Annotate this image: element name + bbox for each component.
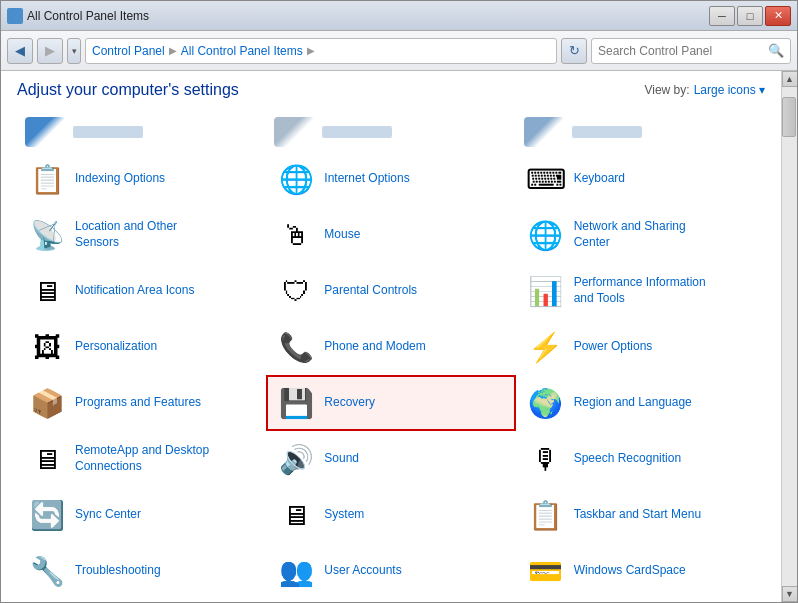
item-label-3: Location and Other Sensors [75,219,177,250]
grid-item-indexing-options[interactable]: 📋Indexing Options [17,151,266,207]
partial-icon-1 [25,117,65,147]
item-icon-15: 🖥 [27,439,67,479]
item-label-8: Performance Information and Tools [574,275,706,306]
item-icon-12: 📦 [27,383,67,423]
item-label-18: Sync Center [75,507,141,523]
partial-label-2 [322,126,392,138]
grid-item-programs-and-features[interactable]: 📦Programs and Features [17,375,266,431]
partial-icon-3 [524,117,564,147]
grid-item-phone-and-modem[interactable]: 📞Phone and Modem [266,319,515,375]
address-bar: ◀ ▶ ▾ Control Panel ▶ All Control Panel … [1,31,797,71]
item-icon-21: 🔧 [27,551,67,591]
item-label-10: Phone and Modem [324,339,425,355]
item-icon-3: 📡 [27,215,67,255]
item-icon-16: 🔊 [276,439,316,479]
item-icon-9: 🖼 [27,327,67,367]
item-label-9: Personalization [75,339,157,355]
item-icon-19: 🖥 [276,495,316,535]
breadcrumb-all-items[interactable]: All Control Panel Items [181,44,303,58]
item-icon-10: 📞 [276,327,316,367]
grid-item-troubleshooting[interactable]: 🔧Troubleshooting [17,543,266,599]
grid-item-taskbar-and-start-menu[interactable]: 📋Taskbar and Start Menu [516,487,765,543]
content-area: Adjust your computer's settings View by:… [1,71,781,602]
grid-item-system[interactable]: 🖥System [266,487,515,543]
grid-item-keyboard[interactable]: ⌨Keyboard [516,151,765,207]
grid-item-personalization[interactable]: 🖼Personalization [17,319,266,375]
grid-item-windows-defender[interactable]: 🛡Windows Defender [17,599,266,602]
item-label-4: Mouse [324,227,360,243]
maximize-button[interactable]: □ [737,6,763,26]
main-window: All Control Panel Items ─ □ ✕ ◀ ▶ ▾ Cont… [0,0,798,603]
grid-item-internet-options[interactable]: 🌐Internet Options [266,151,515,207]
content-header: Adjust your computer's settings View by:… [17,81,765,99]
items-grid: 📋Indexing Options🌐Internet Options⌨Keybo… [17,151,765,602]
grid-item-notification-area-icons[interactable]: 🖥Notification Area Icons [17,263,266,319]
partial-item-1 [17,111,266,149]
item-icon-14: 🌍 [526,383,566,423]
title-bar: All Control Panel Items ─ □ ✕ [1,1,797,31]
item-label-0: Indexing Options [75,171,165,187]
item-label-6: Notification Area Icons [75,283,194,299]
grid-item-windows-firewall[interactable]: 🔥Windows Firewall [266,599,515,602]
forward-button[interactable]: ▶ [37,38,63,64]
refresh-button[interactable]: ↻ [561,38,587,64]
item-label-21: Troubleshooting [75,563,161,579]
scroll-down-button[interactable]: ▼ [782,586,798,602]
grid-item-sync-center[interactable]: 🔄Sync Center [17,487,266,543]
grid-item-parental-controls[interactable]: 🛡Parental Controls [266,263,515,319]
partial-item-3 [516,111,765,149]
item-icon-11: ⚡ [526,327,566,367]
grid-item-windows-update[interactable]: 🔄Windows Update [516,599,765,602]
item-label-22: User Accounts [324,563,401,579]
grid-item-power-options[interactable]: ⚡Power Options [516,319,765,375]
breadcrumb-control-panel[interactable]: Control Panel [92,44,165,58]
item-label-5: Network and Sharing Center [574,219,686,250]
partial-label-3 [572,126,642,138]
window-title: All Control Panel Items [27,9,149,23]
main-area: Adjust your computer's settings View by:… [1,71,797,602]
view-by-dropdown[interactable]: Large icons ▾ [694,83,765,97]
item-label-19: System [324,507,364,523]
search-icon: 🔍 [768,43,784,58]
breadcrumb-bar: Control Panel ▶ All Control Panel Items … [85,38,557,64]
grid-item-network-and-sharing-center[interactable]: 🌐Network and Sharing Center [516,207,765,263]
minimize-button[interactable]: ─ [709,6,735,26]
item-label-1: Internet Options [324,171,409,187]
close-button[interactable]: ✕ [765,6,791,26]
partial-item-2 [266,111,515,149]
scroll-up-button[interactable]: ▲ [782,71,798,87]
partial-icon-2 [274,117,314,147]
item-icon-23: 💳 [526,551,566,591]
search-input[interactable] [598,44,764,58]
scroll-thumb[interactable] [782,97,796,137]
item-icon-7: 🛡 [276,271,316,311]
grid-item-region-and-language[interactable]: 🌍Region and Language [516,375,765,431]
item-label-23: Windows CardSpace [574,563,686,579]
scrollbar: ▲ ▼ [781,71,797,602]
breadcrumb-separator-1: ▶ [169,45,177,56]
grid-item-location-and-other-sensors[interactable]: 📡Location and Other Sensors [17,207,266,263]
grid-item-recovery[interactable]: 💾Recovery [266,375,515,431]
grid-item-windows-cardspace[interactable]: 💳Windows CardSpace [516,543,765,599]
nav-dropdown-button[interactable]: ▾ [67,38,81,64]
item-icon-0: 📋 [27,159,67,199]
search-box: 🔍 [591,38,791,64]
item-icon-18: 🔄 [27,495,67,535]
partial-top-row [17,111,765,149]
grid-item-user-accounts[interactable]: 👥User Accounts [266,543,515,599]
item-label-16: Sound [324,451,359,467]
grid-item-remoteapp-and-desktop-connections[interactable]: 🖥RemoteApp and Desktop Connections [17,431,266,487]
grid-item-mouse[interactable]: 🖱Mouse [266,207,515,263]
item-icon-4: 🖱 [276,215,316,255]
item-label-13: Recovery [324,395,375,411]
grid-item-speech-recognition[interactable]: 🎙Speech Recognition [516,431,765,487]
item-label-17: Speech Recognition [574,451,681,467]
item-label-12: Programs and Features [75,395,201,411]
item-icon-5: 🌐 [526,215,566,255]
grid-item-performance-information-and-tools[interactable]: 📊Performance Information and Tools [516,263,765,319]
grid-item-sound[interactable]: 🔊Sound [266,431,515,487]
item-label-2: Keyboard [574,171,625,187]
back-button[interactable]: ◀ [7,38,33,64]
item-label-7: Parental Controls [324,283,417,299]
window-controls: ─ □ ✕ [709,6,791,26]
